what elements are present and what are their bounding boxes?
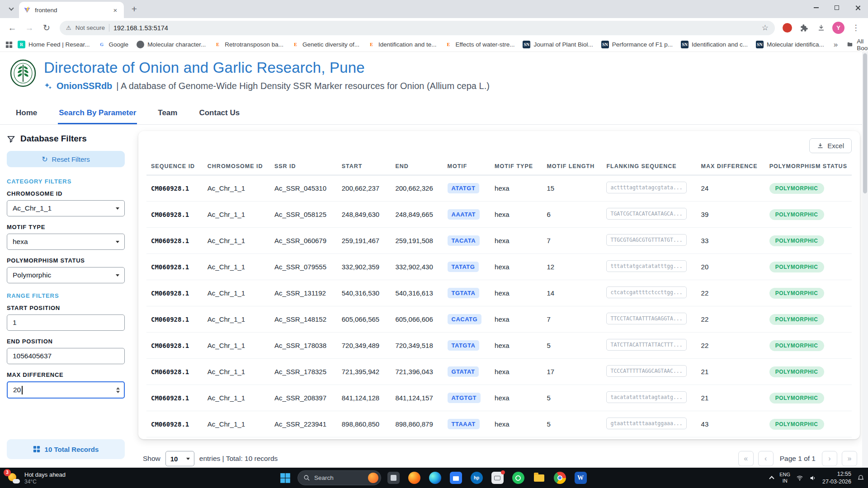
excel-export-button[interactable]: Excel bbox=[809, 138, 852, 153]
volume-icon[interactable] bbox=[809, 474, 816, 482]
polymorphism-status-badge: POLYMORPHIC bbox=[769, 314, 824, 325]
first-page-button[interactable]: « bbox=[738, 451, 754, 466]
taskbar-weather-widget[interactable]: 3 Hot days ahead 34°C bbox=[3, 468, 70, 488]
new-tab-button[interactable]: + bbox=[127, 2, 141, 16]
bookmark-item[interactable]: EIdentification and te... bbox=[363, 39, 440, 50]
taskbar-app-firefox[interactable] bbox=[406, 469, 423, 487]
window-maximize-button[interactable] bbox=[826, 0, 847, 15]
taskbar-app-store[interactable] bbox=[447, 469, 464, 487]
window-minimize-button[interactable] bbox=[806, 0, 826, 15]
download-icon bbox=[817, 23, 826, 32]
start-position-input[interactable]: 1 bbox=[7, 314, 125, 331]
tab-search-button[interactable] bbox=[5, 2, 18, 16]
downloads-button[interactable] bbox=[813, 20, 829, 36]
url-text[interactable]: 192.168.1.53:5174 bbox=[113, 24, 758, 32]
adblock-extension-icon[interactable] bbox=[783, 23, 792, 33]
cell-motif: TATGTA bbox=[443, 333, 491, 359]
security-label[interactable]: Not secure bbox=[75, 24, 105, 31]
cell-start: 259,191,467 bbox=[337, 228, 391, 254]
cell-motif-type: hexa bbox=[490, 280, 542, 306]
profile-avatar[interactable]: Y bbox=[832, 22, 844, 34]
bookmark-item[interactable]: ERetrotransposon ba... bbox=[210, 39, 288, 50]
flanking-sequence-box: TTCCTACTAATTTAGAGGTA... bbox=[606, 313, 686, 324]
col-motif-type: MOTIF TYPE bbox=[490, 158, 542, 175]
hidden-icons-chevron[interactable] bbox=[769, 476, 774, 481]
bookmark-item[interactable]: EEffects of water-stre... bbox=[440, 39, 519, 50]
cell-max-difference: 20 bbox=[697, 254, 765, 280]
end-position-input[interactable]: 1056405637 bbox=[7, 348, 125, 364]
number-spinner[interactable] bbox=[116, 382, 120, 398]
polymorphism-status-select[interactable]: Polymorphic bbox=[7, 267, 125, 283]
start-button[interactable] bbox=[277, 469, 294, 487]
taskbar-app-file-explorer[interactable] bbox=[530, 469, 547, 487]
motif-type-select[interactable]: hexa bbox=[7, 234, 125, 250]
list-footer: Show 10 entries | Total: 10 records « ‹ … bbox=[138, 439, 860, 466]
bookmark-item[interactable]: SNJournal of Plant Biol... bbox=[519, 39, 597, 50]
back-button[interactable]: ← bbox=[5, 20, 20, 36]
taskbar-app-whatsapp[interactable] bbox=[509, 469, 527, 487]
chromosome-id-select[interactable]: Ac_Chr_1_1 bbox=[7, 200, 125, 216]
bookmark-item[interactable]: SNMolecular identifica... bbox=[752, 39, 828, 50]
next-page-button[interactable]: › bbox=[822, 451, 837, 466]
nav-item-search-by-parameter[interactable]: Search By Parameter bbox=[58, 103, 137, 124]
content: Database Filters ↻ Reset Filters CATEGOR… bbox=[0, 125, 868, 468]
cell-start: 200,662,237 bbox=[337, 175, 391, 202]
start-position-label: START POSITION bbox=[7, 305, 125, 311]
bookmark-item[interactable]: Molecular character... bbox=[132, 39, 210, 50]
page-scrollbar[interactable] bbox=[862, 52, 868, 468]
cell-polymorphism-status: POLYMORPHIC bbox=[765, 254, 852, 280]
taskbar-app-edge[interactable] bbox=[426, 469, 443, 487]
flanking-sequence-box: tacatatatttatagtaatg... bbox=[606, 391, 686, 403]
network-icon[interactable] bbox=[796, 474, 803, 482]
bookmark-item[interactable]: SNIdentification and c... bbox=[677, 39, 752, 50]
max-difference-input[interactable]: 20 bbox=[7, 381, 125, 399]
notification-bell-icon[interactable] bbox=[857, 474, 864, 482]
puzzle-icon bbox=[800, 23, 808, 32]
browser-tab-strip: frontend × + bbox=[0, 0, 868, 18]
database-name[interactable]: OnionSSRdb bbox=[57, 81, 112, 91]
bookmark-label: Identification and te... bbox=[378, 41, 436, 48]
windows-taskbar: 3 Hot days ahead 34°C Search hp bbox=[0, 468, 868, 488]
bookmark-item[interactable]: SNPerformance of F1 p... bbox=[597, 39, 677, 50]
scrollbar-thumb[interactable] bbox=[863, 53, 867, 193]
taskbar-app-taskview[interactable] bbox=[385, 469, 402, 487]
language-indicator[interactable]: ENG IN bbox=[779, 472, 790, 484]
reset-filters-button[interactable]: ↻ Reset Filters bbox=[7, 151, 125, 167]
taskbar-search-box[interactable]: Search bbox=[297, 470, 381, 485]
bookmark-item[interactable]: RHome Feed | Resear... bbox=[14, 39, 94, 50]
bookmark-favicon: SN bbox=[523, 41, 530, 48]
tab-close-icon[interactable]: × bbox=[111, 6, 119, 14]
taskbar-app-chrome[interactable] bbox=[551, 469, 568, 487]
nav-item-team[interactable]: Team bbox=[157, 103, 178, 124]
bookmark-item[interactable]: EGenetic diversity of... bbox=[288, 39, 363, 50]
apps-grid-button[interactable] bbox=[5, 39, 13, 51]
last-page-button[interactable]: » bbox=[842, 451, 857, 466]
nav-item-contact-us[interactable]: Contact Us bbox=[198, 103, 241, 124]
taskbar-clock[interactable]: 12:55 27-03-2026 bbox=[822, 470, 851, 486]
page-size-select[interactable]: 10 bbox=[165, 451, 194, 466]
all-bookmarks-button[interactable]: All Bookmarks bbox=[843, 36, 868, 53]
bookmarks-overflow-button[interactable]: » bbox=[829, 40, 842, 49]
address-bar[interactable]: ⚠ Not secure 192.168.1.53:5174 ☆ bbox=[60, 21, 775, 35]
bookmark-item[interactable]: GGoogle bbox=[94, 39, 133, 50]
cell-start: 605,066,565 bbox=[337, 306, 391, 333]
page-title: Directorate of Onion and Garlic Research… bbox=[44, 59, 490, 76]
forward-button[interactable]: → bbox=[22, 20, 37, 36]
taskbar-app-word[interactable]: W bbox=[572, 469, 589, 487]
taskbar-app-hp[interactable]: hp bbox=[468, 469, 485, 487]
window-close-button[interactable] bbox=[847, 0, 868, 15]
nav-item-home[interactable]: Home bbox=[15, 103, 38, 124]
browser-tab[interactable]: frontend × bbox=[19, 2, 124, 18]
weather-text: Hot days ahead 34°C bbox=[24, 471, 66, 485]
cell-motif-length: 7 bbox=[542, 306, 602, 333]
bookmark-star-icon[interactable]: ☆ bbox=[762, 23, 769, 33]
browser-menu-button[interactable]: ⋮ bbox=[848, 20, 863, 36]
prev-page-button[interactable]: ‹ bbox=[758, 451, 774, 466]
reload-button[interactable]: ↻ bbox=[39, 20, 54, 36]
extensions-button[interactable] bbox=[796, 20, 811, 36]
cell-start: 841,124,128 bbox=[337, 385, 391, 411]
col-sequence-id: SEQUENCE ID bbox=[146, 158, 203, 175]
entries-control: Show 10 entries | Total: 10 records bbox=[143, 451, 278, 466]
taskbar-app-mail[interactable] bbox=[489, 469, 506, 487]
cell-start: 898,860,850 bbox=[337, 411, 391, 437]
